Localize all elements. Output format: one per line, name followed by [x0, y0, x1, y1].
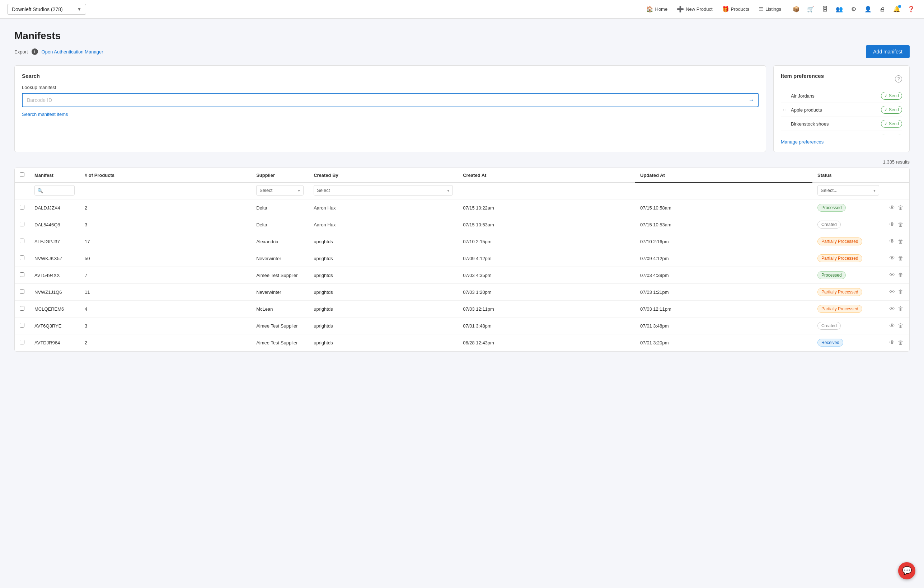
row-actions: 👁 🗑: [889, 289, 904, 295]
row-updated-at: 07/03 4:39pm: [635, 267, 812, 284]
column-header-num_products[interactable]: # of Products: [80, 168, 251, 183]
nav-item-new-product[interactable]: ➕New Product: [673, 3, 716, 15]
select-all-checkbox[interactable]: [20, 172, 25, 177]
supplier-filter-select[interactable]: Select: [256, 185, 304, 196]
delete-icon[interactable]: 🗑: [898, 204, 904, 211]
row-actions: 👁 🗑: [889, 221, 904, 228]
row-num-products: 11: [80, 284, 251, 301]
delete-icon[interactable]: 🗑: [898, 255, 904, 262]
view-icon[interactable]: 👁: [889, 255, 895, 262]
nav-item-products[interactable]: 🎁Products: [718, 3, 753, 15]
pref-expand-icon[interactable]: ↔: [781, 106, 788, 114]
open-auth-manager-link[interactable]: Open Authentication Manager: [41, 49, 103, 54]
row-checkbox[interactable]: [20, 222, 25, 226]
row-status: Partially Processed: [812, 233, 884, 250]
row-checkbox[interactable]: [20, 340, 25, 344]
notification-dot: [898, 5, 901, 8]
row-num-products: 7: [80, 267, 251, 284]
row-updated-at: 07/15 10:53am: [635, 216, 812, 233]
header-icon-group: 📦🛒🗄👥⚙👤🖨🔔❓: [790, 3, 917, 15]
delete-icon[interactable]: 🗑: [898, 339, 904, 346]
header-cart-button[interactable]: 🛒: [805, 3, 816, 15]
header-bell-button[interactable]: 🔔: [891, 3, 903, 15]
header-settings-button[interactable]: ⚙: [848, 3, 860, 15]
status-filter-select[interactable]: Select...: [817, 185, 879, 196]
row-status: Partially Processed: [812, 301, 884, 318]
row-checkbox[interactable]: [20, 255, 25, 260]
barcode-arrow-icon[interactable]: →: [749, 97, 754, 103]
view-icon[interactable]: 👁: [889, 306, 895, 312]
preferences-help-icon[interactable]: ?: [895, 75, 902, 82]
view-icon[interactable]: 👁: [889, 204, 895, 211]
header-archive-button[interactable]: 🗄: [819, 3, 831, 15]
created-by-filter-select[interactable]: Select: [314, 185, 453, 196]
row-created-by: uprightds: [309, 250, 458, 267]
home-icon: 🏠: [646, 6, 653, 13]
header-users-button[interactable]: 👥: [833, 3, 845, 15]
row-created-by: Aaron Hux: [309, 216, 458, 233]
row-status: Partially Processed: [812, 250, 884, 267]
preference-item: Birkenstock shoes ✓ Send: [781, 117, 902, 131]
row-manifest: AVTDJR964: [30, 334, 80, 351]
row-checkbox[interactable]: [20, 323, 25, 328]
row-checkbox[interactable]: [20, 205, 25, 209]
search-manifest-items-link[interactable]: Search manifest items: [22, 112, 68, 117]
view-icon[interactable]: 👁: [889, 238, 895, 245]
row-updated-at: 07/03 12:11pm: [635, 301, 812, 318]
column-header-supplier[interactable]: Supplier: [251, 168, 309, 183]
manifest-search-icon: 🔍: [37, 188, 43, 193]
column-header-created_by[interactable]: Created By: [309, 168, 458, 183]
header-box-button[interactable]: 📦: [790, 3, 802, 15]
preferences-panel: Item preferences ? Air Jordans ✓ Send ↔ …: [773, 65, 910, 152]
listings-icon: ☰: [759, 6, 764, 13]
export-label: Export: [14, 49, 28, 54]
store-selector[interactable]: Downleft Studios (278) ▼: [7, 4, 86, 15]
user-icon: 👤: [865, 6, 871, 13]
delete-icon[interactable]: 🗑: [898, 238, 904, 245]
header-help-button[interactable]: ❓: [905, 3, 917, 15]
delete-icon[interactable]: 🗑: [898, 323, 904, 329]
status-badge: Received: [817, 339, 843, 347]
search-panel: Search Lookup manifest → Search manifest…: [14, 65, 766, 152]
table-header-row: Manifest# of ProductsSupplierCreated ByC…: [15, 168, 909, 183]
nav-item-home[interactable]: 🏠Home: [643, 3, 672, 15]
row-checkbox[interactable]: [20, 306, 25, 311]
header-user-button[interactable]: 👤: [862, 3, 874, 15]
column-header-created_at[interactable]: Created At: [458, 168, 635, 183]
view-icon[interactable]: 👁: [889, 221, 895, 228]
manifest-filter-wrapper: 🔍: [35, 185, 75, 196]
delete-icon[interactable]: 🗑: [898, 272, 904, 278]
column-header-manifest[interactable]: Manifest: [30, 168, 80, 183]
delete-icon[interactable]: 🗑: [898, 289, 904, 295]
view-icon[interactable]: 👁: [889, 289, 895, 295]
column-header-updated_at[interactable]: Updated At: [635, 168, 812, 183]
row-num-products: 50: [80, 250, 251, 267]
row-updated-at: 07/01 3:48pm: [635, 318, 812, 334]
row-checkbox[interactable]: [20, 289, 25, 294]
column-header-status[interactable]: Status: [812, 168, 884, 183]
view-icon[interactable]: 👁: [889, 272, 895, 278]
delete-icon[interactable]: 🗑: [898, 306, 904, 312]
search-panel-title: Search: [22, 73, 759, 79]
nav-label-home: Home: [655, 7, 668, 12]
row-supplier: Delta: [251, 199, 309, 216]
delete-icon[interactable]: 🗑: [898, 221, 904, 228]
header-print-button[interactable]: 🖨: [877, 3, 888, 15]
add-manifest-button[interactable]: Add manifest: [866, 45, 910, 58]
row-checkbox[interactable]: [20, 272, 25, 277]
row-created-by: uprightds: [309, 318, 458, 334]
view-icon[interactable]: 👁: [889, 339, 895, 346]
pref-item-name: Apple products: [791, 107, 881, 113]
preference-item: Chanel purses ✓ Send: [781, 131, 902, 136]
row-manifest: NVWKJKX5Z: [30, 250, 80, 267]
nav-item-listings[interactable]: ☰Listings: [755, 3, 785, 15]
created-by-filter-wrapper: Select ▼: [314, 185, 453, 196]
barcode-input[interactable]: [22, 93, 759, 107]
results-count: 1,335 results: [14, 159, 910, 165]
row-checkbox[interactable]: [20, 239, 25, 243]
export-info-icon[interactable]: i: [31, 48, 38, 55]
view-icon[interactable]: 👁: [889, 323, 895, 329]
table-row: ALEJGPJ37 17 Alexandria uprightds 07/10 …: [15, 233, 909, 250]
row-created-by: uprightds: [309, 334, 458, 351]
manage-preferences-link[interactable]: Manage preferences: [781, 139, 823, 145]
